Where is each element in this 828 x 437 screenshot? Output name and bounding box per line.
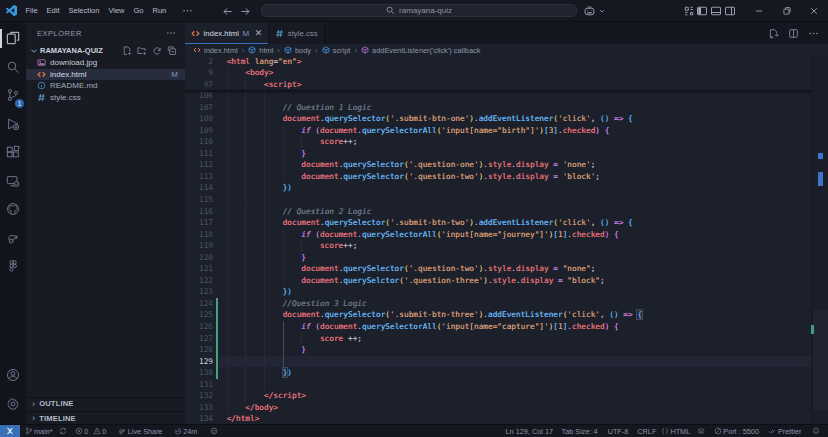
menu-overflow-icon[interactable] xyxy=(171,5,193,16)
git-modified-gutter xyxy=(216,333,219,345)
indent-guide xyxy=(301,136,302,148)
indent-guide xyxy=(227,275,228,287)
status-smiley-icon[interactable] xyxy=(210,427,218,435)
outline-section[interactable]: › OUTLINE xyxy=(26,397,185,411)
menu-run[interactable]: Run xyxy=(148,0,171,22)
menu-view[interactable]: View xyxy=(104,0,129,22)
indent-guide xyxy=(245,113,246,125)
breadcrumb-item[interactable]: script xyxy=(322,46,351,55)
indent-guide xyxy=(245,125,246,137)
toggle-secondary-sidebar-icon[interactable] xyxy=(723,0,737,22)
indent-guide xyxy=(264,367,265,379)
indent-guide xyxy=(283,252,284,264)
menu-selection[interactable]: Selection xyxy=(64,0,104,22)
open-changes-icon[interactable] xyxy=(768,28,779,39)
restore-icon[interactable] xyxy=(773,0,801,22)
remote-indicator[interactable] xyxy=(0,425,20,437)
indent-guide xyxy=(245,275,246,287)
indent-guide xyxy=(264,159,265,171)
menu-go[interactable]: Go xyxy=(129,0,148,22)
activity-github[interactable] xyxy=(0,195,26,224)
file-style-css[interactable]: style.css xyxy=(26,92,185,104)
scrollbar-thumb[interactable] xyxy=(813,310,828,410)
minimize-icon[interactable] xyxy=(746,0,774,22)
code-text: }) xyxy=(283,182,292,194)
activity-live-share[interactable] xyxy=(0,224,26,253)
indent-guide xyxy=(227,286,228,298)
code-area[interactable]: 106 107 // Question 1 Logic 108 document… xyxy=(185,56,828,424)
status-prettier[interactable]: Prettier xyxy=(768,427,801,436)
git-modified-badge: M xyxy=(171,70,178,79)
code-line-123: 123 }) xyxy=(185,286,828,298)
close-icon[interactable] xyxy=(801,0,828,22)
code-line-129: 129 xyxy=(185,356,828,368)
status-port-5500[interactable]: Port : 5500 xyxy=(714,427,759,436)
activity-source-control[interactable]: 1 xyxy=(0,81,26,110)
activity-accounts[interactable] xyxy=(0,361,26,390)
ellipsis-icon[interactable] xyxy=(808,28,819,39)
breadcrumb-item[interactable]: index.html xyxy=(193,46,238,55)
status-24m[interactable]: 24m xyxy=(174,427,198,436)
customize-layout-icon[interactable] xyxy=(682,0,696,22)
activity-live-preview[interactable] xyxy=(0,167,26,196)
status-tab-size-4[interactable]: Tab Size: 4 xyxy=(562,427,598,436)
menu-edit[interactable]: Edit xyxy=(42,0,64,22)
code-line-122: 122 document.querySelctor('.question-thr… xyxy=(185,275,828,287)
activity-search[interactable] xyxy=(0,53,26,82)
tab-index-html[interactable]: index.html M ✕ xyxy=(185,22,269,44)
status-sync-icon[interactable] xyxy=(59,427,67,435)
status-crlf[interactable]: CRLF xyxy=(637,427,656,436)
timeline-section[interactable]: › TIMELINE xyxy=(26,411,185,425)
activity-settings[interactable] xyxy=(0,390,26,419)
arrow-right-icon[interactable] xyxy=(240,6,251,17)
explorer-more-icon[interactable] xyxy=(166,28,176,38)
indent-guide xyxy=(227,229,228,241)
activity-run-debug[interactable] xyxy=(0,110,26,139)
status-ln-129-col-17[interactable]: Ln 129, Col 17 xyxy=(506,427,553,436)
status-live-share[interactable]: Live Share xyxy=(118,427,162,436)
copilot-icon[interactable] xyxy=(583,5,596,18)
status-copilot-icon[interactable] xyxy=(697,427,705,435)
arrow-left-icon[interactable] xyxy=(222,6,233,17)
status-main-[interactable]: main* xyxy=(25,427,53,436)
collapse-all-icon[interactable] xyxy=(167,46,177,56)
menubar: FileEditSelectionViewGoRun xyxy=(21,0,171,22)
command-center-search[interactable]: ramayana-quiz xyxy=(261,4,577,17)
status-bell-icon[interactable] xyxy=(812,427,820,435)
toggle-panel-icon[interactable] xyxy=(709,0,723,22)
close-icon[interactable]: ✕ xyxy=(255,28,263,38)
indent-guide xyxy=(245,333,246,345)
file-README-md[interactable]: README.md xyxy=(26,80,185,92)
indent-guide xyxy=(264,298,265,310)
indent-guide xyxy=(245,171,246,183)
refresh-icon[interactable] xyxy=(152,46,162,56)
status-html[interactable]: HTML xyxy=(661,427,690,436)
line-number: 122 xyxy=(185,275,213,287)
new-folder-icon[interactable] xyxy=(137,46,147,56)
activity-figma[interactable] xyxy=(0,252,26,281)
activity-explorer[interactable] xyxy=(0,24,26,53)
folder-header[interactable]: RAMAYANA-QUIZ xyxy=(26,44,185,57)
breadcrumb-item[interactable]: addEventListener('click') callback xyxy=(361,46,480,55)
indent-guide xyxy=(264,321,265,333)
breadcrumb-item[interactable]: html xyxy=(248,46,273,55)
new-file-icon[interactable] xyxy=(122,46,132,56)
folder-name: RAMAYANA-QUIZ xyxy=(40,46,103,55)
current-line-highlight xyxy=(219,356,811,368)
status-0[interactable]: 00 xyxy=(75,427,107,436)
file-index-html[interactable]: index.html M xyxy=(26,69,185,81)
toggle-sidebar-icon[interactable] xyxy=(695,0,709,22)
menu-file[interactable]: File xyxy=(21,0,42,22)
indent-guide xyxy=(245,182,246,194)
indent-guide xyxy=(283,159,284,171)
activity-extensions[interactable] xyxy=(0,138,26,167)
chevron-down-icon[interactable] xyxy=(598,7,606,15)
code-line-134: 134 </html> xyxy=(185,413,828,424)
scrollbar[interactable] xyxy=(811,56,828,424)
code-text: } xyxy=(301,252,306,264)
status-utf-8[interactable]: UTF-8 xyxy=(608,427,629,436)
tab-style-css[interactable]: style.css xyxy=(269,22,324,44)
file-download-jpg[interactable]: download.jpg xyxy=(26,57,185,69)
breadcrumb-item[interactable]: body xyxy=(284,46,311,55)
split-editor-icon[interactable] xyxy=(788,28,799,39)
